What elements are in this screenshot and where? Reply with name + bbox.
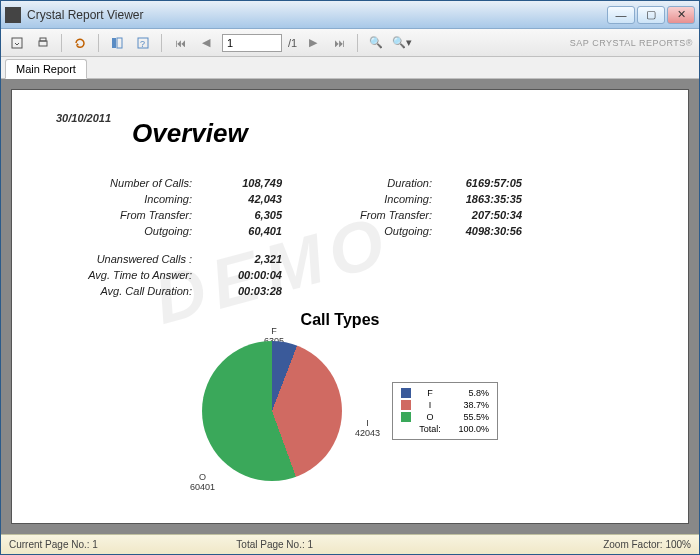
stat-label: Duration: (322, 177, 442, 189)
last-icon: ⏭ (334, 37, 345, 49)
stats-right-col: Duration:6169:57:05Incoming:1863:35:35Fr… (322, 177, 522, 237)
stat-row: From Transfer:6,305 (82, 209, 282, 221)
legend-percent: 5.8% (449, 388, 489, 398)
stat-value: 6169:57:05 (442, 177, 522, 189)
minimize-button[interactable]: — (607, 6, 635, 24)
report-viewer[interactable]: 30/10/2011 Overview DEMO Number of Calls… (1, 79, 699, 534)
first-page-button[interactable]: ⏮ (170, 33, 190, 53)
legend-name: F (417, 388, 443, 398)
stat-value: 42,043 (202, 193, 282, 205)
stat-row: From Transfer:207:50:34 (322, 209, 522, 221)
stat-value: 108,749 (202, 177, 282, 189)
report-page: 30/10/2011 Overview DEMO Number of Calls… (11, 89, 689, 524)
svg-rect-3 (112, 38, 116, 48)
stat-row: Unanswered Calls :2,321 (82, 253, 628, 265)
toggle-params-button[interactable]: ? (133, 33, 153, 53)
svg-rect-0 (12, 38, 22, 48)
stat-row: Outgoing:60,401 (82, 225, 282, 237)
legend-percent: 55.5% (449, 412, 489, 422)
statusbar: Current Page No.: 1 Total Page No.: 1 Zo… (1, 534, 699, 554)
legend-total-value: 100.0% (449, 424, 489, 434)
report-date: 30/10/2011 (56, 112, 111, 124)
stat-value: 207:50:34 (442, 209, 522, 221)
titlebar[interactable]: Crystal Report Viewer — ▢ ✕ (1, 1, 699, 29)
report-title: Overview (132, 118, 628, 149)
search-icon: 🔍 (369, 36, 383, 49)
tab-strip: Main Report (1, 57, 699, 79)
stat-value: 1863:35:35 (442, 193, 522, 205)
legend-row: I38.7% (401, 399, 489, 411)
slice-label-o: O60401 (190, 473, 215, 493)
tab-main-report[interactable]: Main Report (5, 59, 87, 79)
separator (357, 34, 358, 52)
stats-grid: Number of Calls:108,749Incoming:42,043Fr… (82, 177, 628, 237)
legend-name: O (417, 412, 443, 422)
stat-label: From Transfer: (82, 209, 202, 221)
status-zoom: Zoom Factor: 100% (464, 539, 691, 550)
page-number-input[interactable] (222, 34, 282, 52)
legend-total-label: Total: (417, 424, 443, 434)
stat-label: Outgoing: (82, 225, 202, 237)
stat-row: Avg. Call Duration:00:03:28 (82, 285, 628, 297)
chart-section: Call Types F6305 I42043 O60401 F5.8%I38.… (52, 311, 628, 491)
separator (61, 34, 62, 52)
stat-label: Incoming: (322, 193, 442, 205)
stat-row: Incoming:1863:35:35 (322, 193, 522, 205)
stats-left-col: Number of Calls:108,749Incoming:42,043Fr… (82, 177, 282, 237)
legend-swatch (401, 400, 411, 410)
stat-value: 60,401 (202, 225, 282, 237)
svg-rect-2 (40, 38, 46, 41)
legend-name: I (417, 400, 443, 410)
stat-label: Avg. Call Duration: (82, 285, 202, 297)
svg-rect-4 (117, 38, 122, 48)
maximize-button[interactable]: ▢ (637, 6, 665, 24)
toggle-tree-button[interactable] (107, 33, 127, 53)
stats-bottom-col: Unanswered Calls :2,321Avg. Time to Answ… (82, 253, 628, 297)
print-button[interactable] (33, 33, 53, 53)
stat-label: Number of Calls: (82, 177, 202, 189)
next-page-button[interactable]: ▶ (303, 33, 323, 53)
zoom-button[interactable]: 🔍▾ (392, 33, 412, 53)
legend-row: O55.5% (401, 411, 489, 423)
slice-label-i: I42043 (355, 419, 380, 439)
svg-text:?: ? (140, 39, 145, 49)
prev-icon: ◀ (202, 36, 210, 49)
window-controls: — ▢ ✕ (607, 6, 695, 24)
legend-total: Total:100.0% (401, 423, 489, 435)
chart-title: Call Types (52, 311, 628, 329)
stat-label: Incoming: (82, 193, 202, 205)
export-button[interactable] (7, 33, 27, 53)
stat-value: 2,321 (202, 253, 282, 265)
stat-value: 6,305 (202, 209, 282, 221)
stat-row: Incoming:42,043 (82, 193, 282, 205)
zoom-icon: 🔍▾ (392, 36, 412, 49)
prev-page-button[interactable]: ◀ (196, 33, 216, 53)
app-window: Crystal Report Viewer — ▢ ✕ ? ⏮ ◀ /1 ▶ ⏭… (0, 0, 700, 555)
status-total-page: Total Page No.: 1 (236, 539, 463, 550)
window-title: Crystal Report Viewer (27, 8, 607, 22)
separator (98, 34, 99, 52)
close-button[interactable]: ✕ (667, 6, 695, 24)
refresh-button[interactable] (70, 33, 90, 53)
first-icon: ⏮ (175, 37, 186, 49)
chart-legend: F5.8%I38.7%O55.5%Total:100.0% (392, 382, 498, 440)
stat-value: 00:00:04 (202, 269, 282, 281)
separator (161, 34, 162, 52)
stat-row: Outgoing:4098:30:56 (322, 225, 522, 237)
brand-label: SAP CRYSTAL REPORTS® (570, 38, 693, 48)
stat-label: Outgoing: (322, 225, 442, 237)
stat-row: Duration:6169:57:05 (322, 177, 522, 189)
stat-row: Number of Calls:108,749 (82, 177, 282, 189)
legend-percent: 38.7% (449, 400, 489, 410)
status-current-page: Current Page No.: 1 (9, 539, 236, 550)
stat-label: From Transfer: (322, 209, 442, 221)
legend-swatch (401, 412, 411, 422)
legend-row: F5.8% (401, 387, 489, 399)
find-button[interactable]: 🔍 (366, 33, 386, 53)
last-page-button[interactable]: ⏭ (329, 33, 349, 53)
app-icon (5, 7, 21, 23)
pie-chart: F6305 I42043 O60401 (182, 331, 362, 491)
page-total-label: /1 (288, 37, 297, 49)
stat-value: 00:03:28 (202, 285, 282, 297)
next-icon: ▶ (309, 36, 317, 49)
